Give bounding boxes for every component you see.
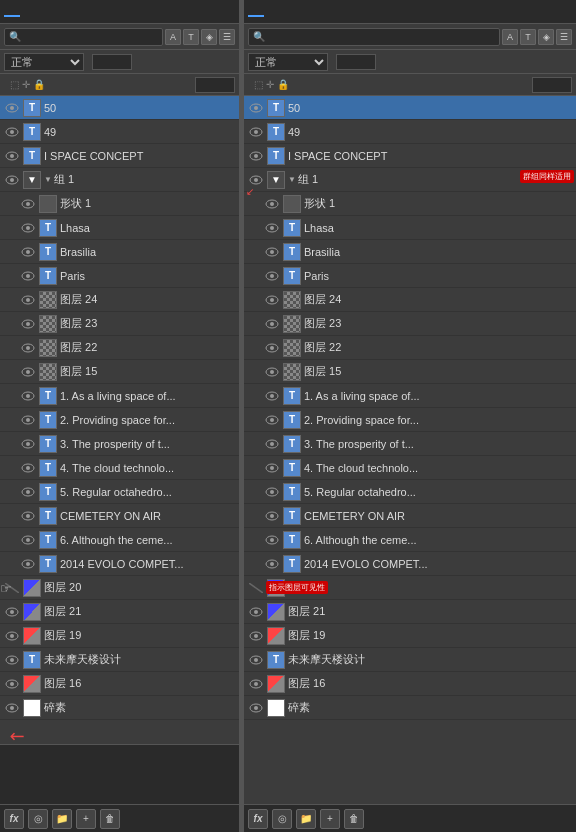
tab-channels-left[interactable]	[20, 7, 36, 17]
eye-icon-12[interactable]	[20, 364, 36, 380]
layer-item-23[interactable]: 图层 19	[244, 624, 576, 648]
eye-icon-10[interactable]	[20, 316, 36, 332]
layer-item-17[interactable]: T5. Regular octahedro...	[0, 480, 239, 504]
footer-add-btn[interactable]: +	[76, 809, 96, 829]
eye-icon-11[interactable]	[264, 340, 280, 356]
eye-icon-14[interactable]	[20, 412, 36, 428]
layer-item-18[interactable]: TCEMETERY ON AIR	[244, 504, 576, 528]
eye-icon-15[interactable]	[20, 436, 36, 452]
eye-icon-18[interactable]	[264, 508, 280, 524]
left-search-box[interactable]: 🔍	[4, 28, 163, 46]
group-expand-arrow[interactable]: ▼	[44, 175, 52, 184]
eye-icon-22[interactable]	[248, 604, 264, 620]
layer-item-10[interactable]: 图层 23	[0, 312, 239, 336]
layer-item-6[interactable]: TLhasa	[0, 216, 239, 240]
layer-item-5[interactable]: 形状 1	[244, 192, 576, 216]
eye-icon-2[interactable]	[4, 124, 20, 140]
toolbar-btn-3[interactable]: ◈	[201, 29, 217, 45]
eye-icon-16[interactable]	[20, 460, 36, 476]
right-footer-circle-btn[interactable]: ◎	[272, 809, 292, 829]
tab-forum-right[interactable]	[280, 7, 296, 17]
layer-item-11[interactable]: 图层 22	[0, 336, 239, 360]
layer-item-16[interactable]: T4. The cloud technolo...	[244, 456, 576, 480]
eye-icon-24[interactable]	[248, 652, 264, 668]
right-footer-delete-btn[interactable]: 🗑	[344, 809, 364, 829]
layer-item-8[interactable]: TParis	[244, 264, 576, 288]
right-footer-fx-btn[interactable]: fx	[248, 809, 268, 829]
eye-icon-18[interactable]	[20, 508, 36, 524]
right-toolbar-btn-1[interactable]: A	[502, 29, 518, 45]
layer-item-21[interactable]: 图层 20指示图层可见性	[244, 576, 576, 600]
eye-icon-24[interactable]	[4, 652, 20, 668]
eye-icon-8[interactable]	[20, 268, 36, 284]
layer-item-20[interactable]: T2014 EVOLO COMPET...	[0, 552, 239, 576]
layer-item-9[interactable]: 图层 24	[244, 288, 576, 312]
layer-item-2[interactable]: T49	[244, 120, 576, 144]
eye-icon-17[interactable]	[264, 484, 280, 500]
eye-icon-21[interactable]	[4, 580, 20, 596]
layer-item-12[interactable]: 图层 15	[0, 360, 239, 384]
eye-icon-1[interactable]	[248, 100, 264, 116]
layer-item-9[interactable]: 图层 24	[0, 288, 239, 312]
lock-icon-1[interactable]: ⬚	[10, 79, 19, 90]
layer-item-24[interactable]: T未来摩天楼设计	[0, 648, 239, 672]
layer-item-2[interactable]: T49	[0, 120, 239, 144]
layer-item-18[interactable]: TCEMETERY ON AIR	[0, 504, 239, 528]
layer-item-16[interactable]: T4. The cloud technolo...	[0, 456, 239, 480]
layer-item-1[interactable]: T50	[0, 96, 239, 120]
right-toolbar-btn-4[interactable]: ☰	[556, 29, 572, 45]
eye-icon-21[interactable]	[248, 580, 264, 596]
eye-icon-4[interactable]	[4, 172, 20, 188]
toolbar-btn-2[interactable]: T	[183, 29, 199, 45]
layer-item-20[interactable]: T2014 EVOLO COMPET...	[244, 552, 576, 576]
layer-item-14[interactable]: T2. Providing space for...	[0, 408, 239, 432]
lock-icon-3[interactable]: 🔒	[33, 79, 45, 90]
layer-item-13[interactable]: T1. As a living space of...	[244, 384, 576, 408]
eye-icon-4[interactable]	[248, 172, 264, 188]
toolbar-btn-1[interactable]: A	[165, 29, 181, 45]
layer-item-3[interactable]: TI SPACE CONCEPT	[244, 144, 576, 168]
layer-item-17[interactable]: T5. Regular octahedro...	[244, 480, 576, 504]
layer-item-10[interactable]: 图层 23	[244, 312, 576, 336]
layer-item-1[interactable]: T50	[244, 96, 576, 120]
eye-icon-25[interactable]	[4, 676, 20, 692]
eye-icon-16[interactable]	[264, 460, 280, 476]
eye-icon-6[interactable]	[264, 220, 280, 236]
footer-folder-btn[interactable]: 📁	[52, 809, 72, 829]
eye-icon-5[interactable]	[264, 196, 280, 212]
layer-item-11[interactable]: 图层 22	[244, 336, 576, 360]
eye-icon-6[interactable]	[20, 220, 36, 236]
toolbar-btn-4[interactable]: ☰	[219, 29, 235, 45]
tab-channels-right[interactable]	[264, 7, 280, 17]
layer-item-7[interactable]: TBrasilia	[244, 240, 576, 264]
eye-icon-13[interactable]	[264, 388, 280, 404]
layer-item-3[interactable]: TI SPACE CONCEPT	[0, 144, 239, 168]
eye-icon-9[interactable]	[264, 292, 280, 308]
right-layer-list[interactable]: T50T49TI SPACE CONCEPT▼▼组 1群组同样适用↙形状 1TL…	[244, 96, 576, 804]
layer-item-22[interactable]: 图层 21	[244, 600, 576, 624]
right-lock-icon-1[interactable]: ⬚	[254, 79, 263, 90]
footer-circle-btn[interactable]: ◎	[28, 809, 48, 829]
right-blend-select[interactable]: 正常	[248, 53, 328, 71]
layer-item-7[interactable]: TBrasilia	[0, 240, 239, 264]
eye-icon-26[interactable]	[4, 700, 20, 716]
right-footer-folder-btn[interactable]: 📁	[296, 809, 316, 829]
layer-item-14[interactable]: T2. Providing space for...	[244, 408, 576, 432]
right-toolbar-btn-3[interactable]: ◈	[538, 29, 554, 45]
right-toolbar-btn-2[interactable]: T	[520, 29, 536, 45]
eye-icon-15[interactable]	[264, 436, 280, 452]
layer-item-26[interactable]: 碎素	[0, 696, 239, 720]
layer-item-19[interactable]: T6. Although the ceme...	[0, 528, 239, 552]
eye-icon-12[interactable]	[264, 364, 280, 380]
tab-layers-right[interactable]	[248, 7, 264, 17]
layer-item-4[interactable]: ▼▼组 1群组同样适用↙	[244, 168, 576, 192]
eye-icon-2[interactable]	[248, 124, 264, 140]
tab-layers-left[interactable]	[4, 7, 20, 17]
eye-icon-17[interactable]	[20, 484, 36, 500]
layer-item-26[interactable]: 碎素	[244, 696, 576, 720]
layer-item-6[interactable]: TLhasa	[244, 216, 576, 240]
layer-item-24[interactable]: T未来摩天楼设计	[244, 648, 576, 672]
right-lock-icon-2[interactable]: ✛	[266, 79, 274, 90]
left-blend-select[interactable]: 正常	[4, 53, 84, 71]
layer-item-13[interactable]: T1. As a living space of...	[0, 384, 239, 408]
